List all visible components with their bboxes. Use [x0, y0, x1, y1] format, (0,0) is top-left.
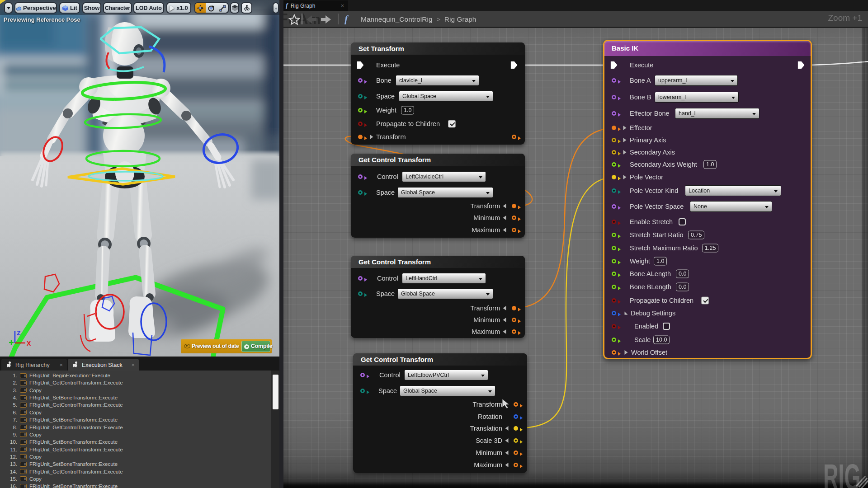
svg-text:X: X — [27, 340, 31, 347]
svg-text:Z: Z — [17, 329, 21, 337]
